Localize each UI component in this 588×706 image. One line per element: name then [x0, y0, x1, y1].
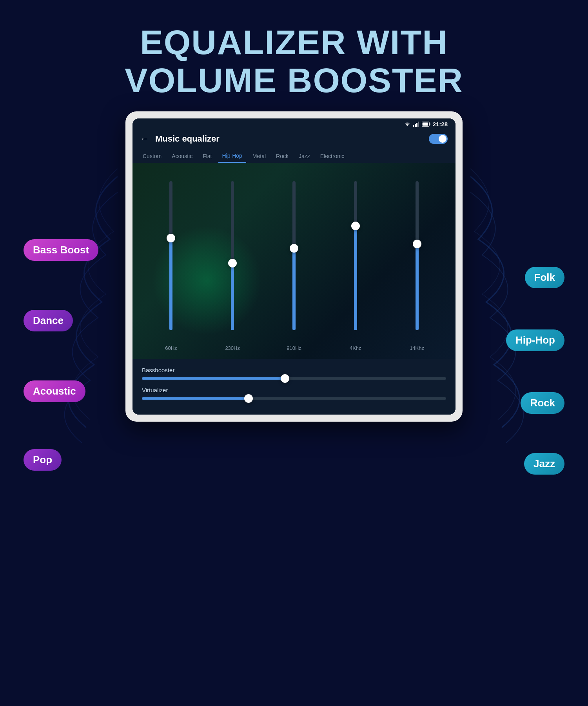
slider-label-60hz: 60Hz — [165, 345, 177, 351]
header-section: EQUALIZER WITH VOLUME BOOSTER — [0, 0, 588, 111]
top-bar-left: ← Music equalizer — [140, 134, 220, 144]
tab-acoustic[interactable]: Acoustic — [168, 150, 196, 162]
tab-rock[interactable]: Rock — [272, 150, 292, 162]
top-bar: ← Music equalizer — [132, 130, 456, 148]
badge-pop[interactable]: Pop — [24, 449, 62, 471]
slider-14khz: 14Khz — [409, 171, 425, 351]
slider-thumb-60hz[interactable] — [167, 234, 175, 242]
svg-rect-6 — [422, 122, 428, 126]
badge-dance[interactable]: Dance — [24, 310, 73, 331]
badge-folk[interactable]: Folk — [525, 267, 564, 288]
slider-thumb-910hz[interactable] — [290, 244, 298, 253]
wifi-icon — [404, 121, 411, 127]
badge-rock[interactable]: Rock — [521, 392, 564, 414]
bassbooster-label: Bassbooster — [142, 367, 446, 373]
slider-fill-230hz — [231, 263, 234, 330]
virtualizer-label: Virtualizer — [142, 387, 446, 393]
slider-60hz: 60Hz — [163, 171, 179, 351]
svg-rect-0 — [413, 125, 414, 127]
slider-thumb-14khz[interactable] — [413, 240, 421, 248]
slider-fill-14khz — [416, 244, 419, 330]
tab-metal[interactable]: Metal — [249, 150, 270, 162]
tablet-frame: 21:28 ← Music equalizer Custom Acoustic … — [125, 111, 463, 422]
slider-fill-910hz — [292, 248, 296, 330]
status-time: 21:28 — [433, 121, 448, 127]
eq-toggle[interactable] — [429, 134, 448, 144]
badge-hiphop[interactable]: Hip-Hop — [506, 329, 564, 351]
tabs-row: Custom Acoustic Flat Hip-Hop Metal Rock … — [132, 148, 456, 163]
slider-track-60hz[interactable] — [169, 181, 172, 330]
bassbooster-row: Bassbooster — [142, 367, 446, 380]
slider-label-230hz: 230Hz — [225, 345, 240, 351]
tab-hiphop[interactable]: Hip-Hop — [218, 149, 246, 163]
sliders-container: 60Hz 230Hz — [140, 171, 448, 351]
slider-track-230hz[interactable] — [231, 181, 234, 330]
bottom-controls: Bassbooster Virtualizer — [132, 359, 456, 415]
slider-4khz: 4Khz — [348, 171, 363, 351]
slider-track-14khz[interactable] — [416, 181, 419, 330]
slider-fill-4khz — [354, 226, 357, 330]
virtualizer-track[interactable] — [142, 397, 446, 400]
badge-jazz[interactable]: Jazz — [524, 453, 564, 475]
status-bar: 21:28 — [132, 118, 456, 130]
signal-icon — [413, 121, 419, 127]
slider-910hz: 910Hz — [286, 171, 302, 351]
tablet-screen: 21:28 ← Music equalizer Custom Acoustic … — [132, 118, 456, 415]
svg-rect-3 — [418, 122, 419, 127]
back-button[interactable]: ← — [140, 134, 149, 144]
slider-230hz: 230Hz — [225, 171, 240, 351]
svg-rect-2 — [416, 123, 417, 127]
slider-label-910hz: 910Hz — [287, 345, 301, 351]
bassbooster-thumb[interactable] — [281, 374, 289, 383]
tab-electronic[interactable]: Electronic — [316, 150, 348, 162]
header-title: EQUALIZER WITH VOLUME BOOSTER — [0, 24, 588, 100]
virtualizer-row: Virtualizer — [142, 387, 446, 400]
tab-flat[interactable]: Flat — [199, 150, 216, 162]
tablet-wrapper: 21:28 ← Music equalizer Custom Acoustic … — [0, 111, 588, 422]
slider-thumb-230hz[interactable] — [228, 259, 237, 267]
slider-label-14khz: 14Khz — [410, 345, 424, 351]
status-icons: 21:28 — [404, 121, 448, 127]
battery-icon — [422, 122, 430, 127]
screen-title: Music equalizer — [155, 134, 220, 144]
virtualizer-fill — [142, 397, 249, 400]
slider-label-4khz: 4Khz — [350, 345, 361, 351]
svg-rect-5 — [429, 123, 430, 125]
virtualizer-thumb[interactable] — [244, 394, 253, 403]
eq-area: 60Hz 230Hz — [132, 163, 456, 359]
bassbooster-track[interactable] — [142, 377, 446, 380]
tab-jazz[interactable]: Jazz — [295, 150, 314, 162]
slider-fill-60hz — [169, 238, 172, 331]
slider-thumb-4khz[interactable] — [351, 222, 360, 230]
badge-bass-boost[interactable]: Bass Boost — [24, 239, 98, 261]
tab-custom[interactable]: Custom — [139, 150, 165, 162]
slider-track-4khz[interactable] — [354, 181, 357, 330]
bassbooster-fill — [142, 377, 285, 380]
slider-track-910hz[interactable] — [292, 181, 296, 330]
badge-acoustic[interactable]: Acoustic — [24, 380, 85, 402]
svg-rect-1 — [415, 124, 416, 127]
